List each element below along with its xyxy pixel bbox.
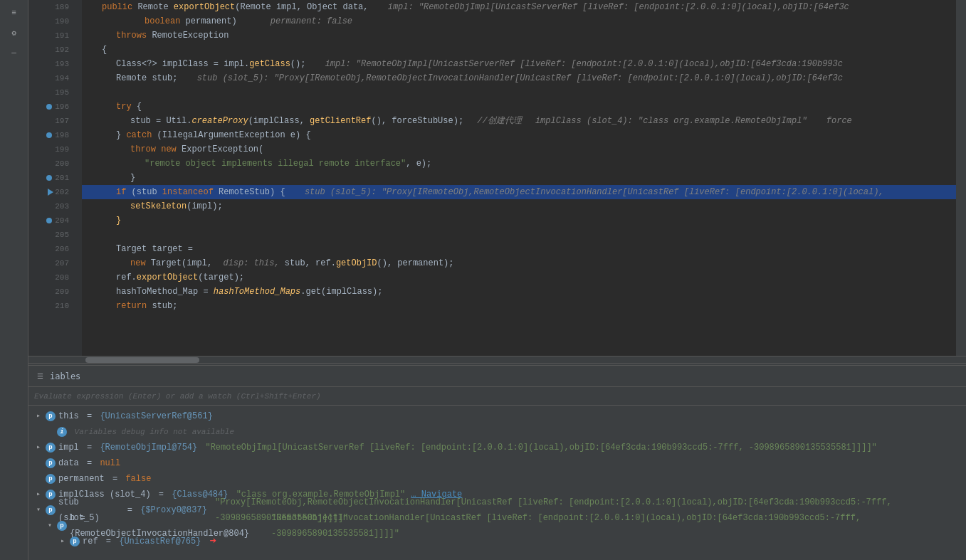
left-sidebar: ≡ ⚙ — [0, 0, 28, 560]
code-line-197: stub = Util.createProxy(implClass, getCl… [82, 114, 956, 128]
ln-194: 194 [28, 71, 75, 85]
ln-197: 197 [28, 114, 75, 128]
code-line-189: public Remote exportObject(Remote impl, … [82, 0, 956, 14]
ln-200: 200 [28, 157, 75, 171]
ln-209: 209 [28, 285, 75, 299]
code-line-199: throw new ExportException( [82, 142, 956, 157]
var-impl[interactable]: p impl = {RemoteObjImpl@754} "RemoteObjI… [28, 440, 966, 455]
code-line-193: Class<?> implClass = impl.getClass(); im… [82, 57, 956, 71]
main-layout: ≡ ⚙ — 189 190 191 192 193 194 195 196 [0, 0, 966, 560]
code-line-203: setSkeleton(impl); [82, 199, 956, 213]
code-line-208: ref.exportObject(target); [82, 270, 956, 285]
code-scroll-area: 189 190 191 192 193 194 195 196 197 198 [28, 0, 966, 356]
code-line-190: boolean permanent) permanent: false [82, 14, 956, 28]
code-line-196: try { [82, 100, 956, 114]
expand-h[interactable] [46, 522, 54, 530]
debug-arrow-202 [48, 189, 53, 196]
breakpoint-dot-204[interactable] [46, 218, 52, 223]
ln-190: 190 [28, 14, 75, 28]
icon-data: p [46, 458, 56, 468]
icon-permanent: p [46, 474, 56, 484]
expand-implclass[interactable] [34, 490, 43, 499]
toolbar-icon-1[interactable]: ☰ [34, 371, 46, 382]
ln-205: 205 [28, 228, 75, 242]
icon-h: p [57, 521, 67, 531]
expand-stub[interactable] [34, 506, 43, 514]
code-line-210: return stub; [82, 299, 956, 313]
ln-192: 192 [28, 43, 75, 57]
ln-195: 195 [28, 85, 75, 100]
icon-ref: p [70, 537, 80, 546]
icon-implclass: p [46, 490, 56, 500]
ln-201: 201 [28, 171, 75, 185]
code-line-195 [82, 85, 956, 100]
code-line-205 [82, 228, 956, 242]
var-this[interactable]: p this = {UnicastServerRef@561} [28, 408, 966, 424]
line-numbers: 189 190 191 192 193 194 195 196 197 198 [28, 0, 82, 356]
minus-icon[interactable]: — [7, 46, 21, 60]
ln-198: 198 [28, 128, 75, 142]
panel-title: iables [50, 371, 80, 381]
ln-210: 210 [28, 299, 75, 313]
code-content: public Remote exportObject(Remote impl, … [82, 0, 956, 356]
code-line-209: hashToMethod_Map = hashToMethod_Maps.get… [82, 285, 956, 299]
info-badge: i [57, 427, 67, 437]
expand-this[interactable] [34, 412, 43, 421]
code-line-191: throws RemoteException [82, 28, 956, 43]
code-line-198: } catch (IllegalArgumentException e) { [82, 128, 956, 142]
variables-list: p this = {UnicastServerRef@561} i Variab… [28, 406, 966, 560]
ln-193: 193 [28, 57, 75, 71]
code-line-192: { [82, 43, 956, 57]
code-line-204: } [82, 213, 956, 228]
ln-202: 202 [28, 185, 75, 199]
expand-empty [46, 428, 54, 436]
ln-204: 204 [28, 213, 75, 228]
gear-icon[interactable]: ⚙ [7, 26, 21, 40]
breakpoint-dot-198[interactable] [46, 132, 52, 138]
var-debug-info: i Variables debug info not available [28, 424, 966, 440]
ln-199: 199 [28, 142, 75, 157]
expand-permanent [34, 475, 43, 483]
ln-189: 189 [28, 0, 75, 14]
breakpoint-dot-196[interactable] [46, 104, 52, 110]
expand-data [34, 459, 43, 467]
icon-this: p [46, 411, 56, 421]
ln-207: 207 [28, 256, 75, 270]
ln-208: 208 [28, 270, 75, 285]
menu-icon[interactable]: ≡ [7, 6, 21, 20]
horiz-scroll-thumb[interactable] [85, 357, 199, 363]
code-line-202: if (stub instanceof RemoteStub) { stub (… [82, 185, 956, 199]
eval-bar: Evaluate expression (Enter) or add a wat… [28, 387, 966, 406]
expand-ref[interactable] [58, 537, 67, 546]
var-permanent[interactable]: p permanent = false [28, 471, 966, 487]
code-editor: 189 190 191 192 193 194 195 196 197 198 [28, 0, 966, 363]
main-area: 189 190 191 192 193 194 195 196 197 198 [28, 0, 966, 560]
code-line-194: Remote stub; stub (slot_5): "Proxy[IRemo… [82, 71, 956, 85]
expand-impl[interactable] [34, 443, 43, 452]
variables-panel: ☰ iables Evaluate expression (Enter) or … [28, 366, 966, 560]
breakpoint-dot-201[interactable] [46, 175, 52, 181]
code-scrollbar[interactable] [956, 0, 966, 356]
code-line-207: new Target(impl, disp: this, stub, ref.g… [82, 256, 956, 270]
ln-196: 196 [28, 100, 75, 114]
var-h[interactable]: p h = {RemoteObjectInvocationHandler@804… [28, 518, 966, 534]
red-arrow-icon: ➔ [209, 534, 216, 549]
icon-impl: p [46, 443, 56, 453]
icon-stub: p [46, 505, 56, 515]
ln-206: 206 [28, 242, 75, 256]
horiz-scrollbar[interactable] [28, 356, 966, 363]
ln-203: 203 [28, 199, 75, 213]
panel-toolbar: ☰ iables [28, 366, 966, 387]
code-line-200: "remote object implements illegal remote… [82, 157, 956, 171]
code-line-201: } [82, 171, 956, 185]
ln-191: 191 [28, 28, 75, 43]
code-line-206: Target target = [82, 242, 956, 256]
var-data[interactable]: p data = null [28, 455, 966, 471]
